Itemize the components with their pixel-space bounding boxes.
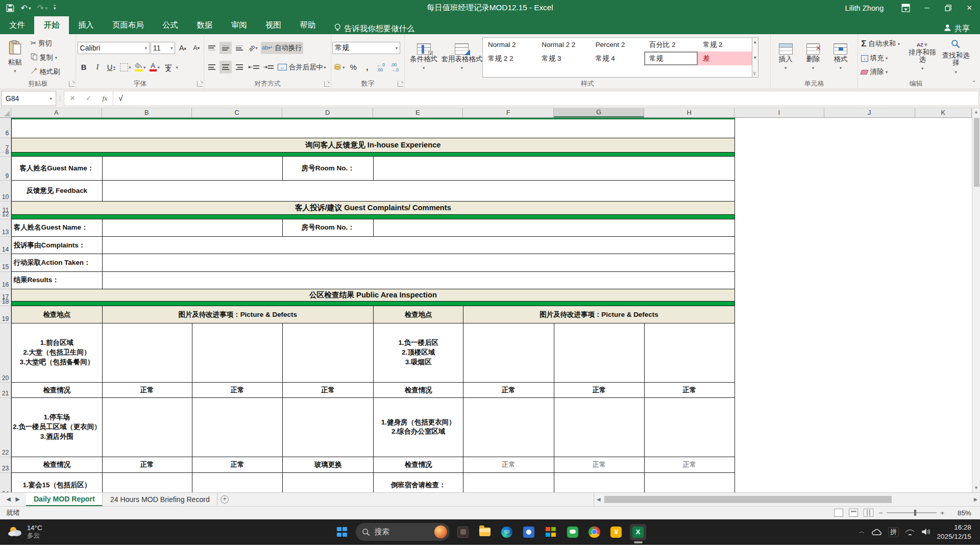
collapse-ribbon-icon[interactable]: ⌃ <box>971 80 976 86</box>
column-header-J[interactable]: J <box>824 108 915 118</box>
cell-style-差[interactable]: 差 <box>698 52 751 65</box>
format-cells-button[interactable]: 格式▾ <box>827 36 854 79</box>
column-header-F[interactable]: F <box>463 108 554 118</box>
cell-F20[interactable] <box>463 323 554 383</box>
cell-A10[interactable]: 反馈意见 Feedback <box>12 181 103 202</box>
vertical-scroll-thumb[interactable] <box>974 118 979 187</box>
cell-C22[interactable] <box>192 398 283 457</box>
row-header-19[interactable]: 19 <box>0 306 11 323</box>
gallery-more-icon[interactable]: ⊽ <box>753 71 757 76</box>
cell-G20[interactable] <box>554 323 645 383</box>
align-left-icon[interactable] <box>206 61 218 73</box>
underline-button[interactable]: U▾ <box>105 61 117 73</box>
insert-function-icon[interactable]: fx <box>97 94 113 103</box>
horizontal-scrollbar[interactable]: ◀ ▶ <box>594 493 980 506</box>
format-painter-button[interactable]: 格式刷 <box>29 66 62 77</box>
cell-E20[interactable]: 1.负一楼后区 2.顶楼区域 3.吸烟区 <box>374 323 463 383</box>
tab-公式[interactable]: 公式 <box>153 16 187 35</box>
tab-数据[interactable]: 数据 <box>187 16 222 35</box>
cell-A21[interactable]: 检查情况 <box>12 383 103 397</box>
app-blue-icon[interactable] <box>521 524 537 540</box>
cell-B23[interactable]: 正常 <box>103 457 192 473</box>
cell-style-Normal 2 2[interactable]: Normal 2 2 <box>537 38 591 52</box>
column-header-I[interactable]: I <box>734 108 824 118</box>
cell-H23[interactable]: 正常 <box>645 457 734 473</box>
tab-插入[interactable]: 插入 <box>69 16 103 35</box>
row-header-16[interactable]: 16 <box>0 272 11 289</box>
cell-F19[interactable]: 图片及待改进事项：Picture & Defects <box>463 306 734 323</box>
tab-审阅[interactable]: 审阅 <box>222 16 256 35</box>
increase-font-icon[interactable]: A▴ <box>177 42 189 54</box>
cell-style-常规[interactable]: 常规 <box>644 52 698 65</box>
cell-A17[interactable]: 公区检查结果 Public Area Inspection <box>12 289 735 302</box>
cell-style-常规 3[interactable]: 常规 3 <box>537 52 591 65</box>
row-header-13[interactable]: 13 <box>0 219 11 237</box>
cut-button[interactable]: ✂剪切 <box>29 38 62 48</box>
cancel-entry-icon[interactable]: ✕ <box>64 94 81 102</box>
cell-C21[interactable]: 正常 <box>192 383 283 397</box>
cell-C23[interactable]: 正常 <box>192 457 283 473</box>
row-header-9[interactable]: 9 <box>0 157 11 181</box>
volume-icon[interactable] <box>921 528 930 536</box>
tab-开始[interactable]: 开始 <box>34 16 68 35</box>
cell-A16[interactable]: 结果Results： <box>12 272 103 289</box>
font-size-combo[interactable]: 11▾ <box>151 42 175 54</box>
cell-B10[interactable] <box>103 181 735 202</box>
cell-D22[interactable] <box>283 398 374 457</box>
row-header-10[interactable]: 10 <box>0 181 11 202</box>
font-name-combo[interactable]: Calibri▾ <box>78 42 150 54</box>
cell-F23[interactable]: 正常 <box>463 457 554 473</box>
zoom-out-icon[interactable]: − <box>879 509 883 517</box>
autosum-button[interactable]: Σ自动求和▾ <box>860 38 906 49</box>
scroll-up-icon[interactable]: ▲ <box>972 108 980 116</box>
ime-indicator[interactable]: 拼 <box>888 527 898 537</box>
horizontal-scroll-thumb[interactable] <box>604 496 892 503</box>
comma-icon[interactable]: , <box>361 61 373 73</box>
confirm-entry-icon[interactable]: ✓ <box>81 94 97 102</box>
row-header-12[interactable]: 12 <box>0 215 11 219</box>
gallery-down-icon[interactable]: ▼ <box>753 55 757 60</box>
row-header-6[interactable]: 6 <box>0 118 11 138</box>
cell-D24[interactable] <box>283 473 374 492</box>
cell-B20[interactable] <box>103 323 192 383</box>
format-as-table-button[interactable]: 套用表格格式▾ <box>441 36 482 79</box>
copy-button[interactable]: 复制▾ <box>29 53 62 63</box>
scroll-left-icon[interactable]: ◀ <box>594 496 603 502</box>
row-header-18[interactable]: 18 <box>0 302 11 306</box>
decrease-font-icon[interactable]: A▾ <box>190 42 202 54</box>
gallery-up-icon[interactable]: ▲ <box>753 39 757 44</box>
bottom-align-icon[interactable] <box>233 42 246 54</box>
tell-me-box[interactable]: 告诉我你想要做什么 <box>325 23 423 34</box>
cell-D9[interactable]: 房号Room No.： <box>283 157 374 181</box>
clock-widget[interactable]: 16:282025/12/15 <box>937 523 971 540</box>
percent-icon[interactable]: % <box>347 61 359 73</box>
close-button[interactable]: ✕ <box>959 0 980 16</box>
font-color-icon[interactable]: A▾ <box>148 61 161 73</box>
cell-G23[interactable]: 正常 <box>554 457 645 473</box>
orientation-icon[interactable]: ab▾ <box>247 42 259 54</box>
customize-qat-icon[interactable]: ▾ <box>54 5 56 11</box>
app-dark-icon[interactable] <box>455 524 471 540</box>
sort-filter-button[interactable]: AZ▼ 排序和筛选▾ <box>906 36 939 79</box>
cell-A14[interactable]: 投诉事由Complaints： <box>12 237 103 254</box>
tab-帮助[interactable]: 帮助 <box>290 16 325 35</box>
cell-style-百分比 2[interactable]: 百分比 2 <box>644 38 698 52</box>
page-layout-view-icon[interactable] <box>849 509 858 517</box>
cell-E9[interactable] <box>374 157 735 181</box>
cell-G24[interactable] <box>554 473 645 492</box>
wrap-text-button[interactable]: ab↵ 自动换行 <box>261 42 304 54</box>
align-right-icon[interactable] <box>233 61 246 73</box>
clipboard-dialog-launcher-icon[interactable] <box>69 81 75 87</box>
delete-cells-button[interactable]: 删除▾ <box>799 36 827 79</box>
cell-D23[interactable]: 玻璃更换 <box>283 457 374 473</box>
fill-button[interactable]: ↓填充▾ <box>860 53 906 63</box>
decrease-decimal-icon[interactable]: .00→.0 <box>388 61 401 73</box>
cell-style-Percent 2[interactable]: Percent 2 <box>591 38 644 52</box>
network-icon[interactable] <box>905 529 914 535</box>
row-header-23[interactable]: 23 <box>0 457 11 473</box>
weather-widget[interactable]: 14°C多云 <box>0 524 42 540</box>
cell-A24[interactable]: 1.宴会15（包括后区） <box>12 473 103 492</box>
app-yellow-icon[interactable]: ¥ <box>608 524 624 540</box>
cell-A8[interactable] <box>12 153 735 157</box>
cell-F22[interactable] <box>463 398 554 457</box>
